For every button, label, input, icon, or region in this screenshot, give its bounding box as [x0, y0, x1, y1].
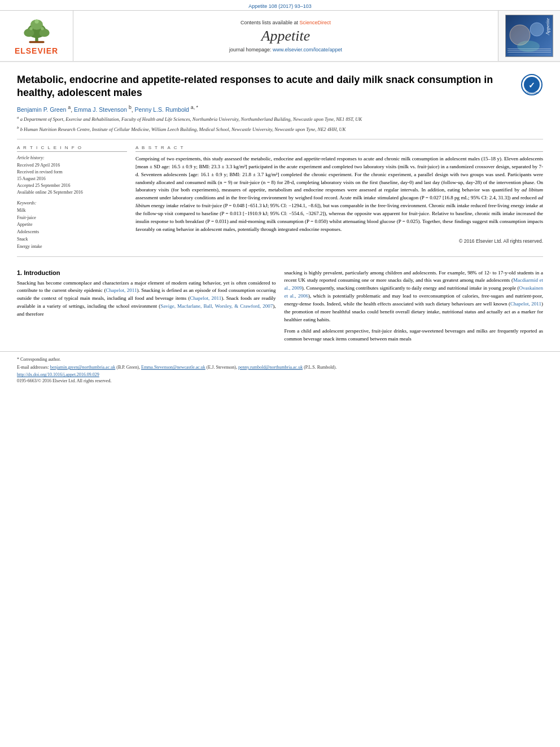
sciencedirect-link[interactable]: ScienceDirect — [300, 20, 331, 25]
available-date: Available online 26 September 2016 — [17, 189, 127, 196]
affiliation-a: a a Department of Sport, Exercise and Re… — [17, 115, 543, 123]
email3-link[interactable]: penny.rumbold@northumbria.ac.uk — [238, 365, 303, 370]
intro-right-col: snacking is highly prevalent, particular… — [285, 269, 544, 347]
intro-heading: 1. Introduction — [17, 269, 276, 276]
appetite-cover-image: Appetite — [505, 15, 553, 57]
article-info-col: A R T I C L E I N F O Article history: R… — [17, 145, 127, 251]
introduction-section: 1. Introduction Snacking has become comm… — [0, 269, 560, 347]
email2-link[interactable]: Emma.Stevenson@newcastle.ac.uk — [141, 365, 205, 370]
intro-number: 1. — [17, 269, 22, 276]
affiliation-b: b b Human Nutrition Research Centre, Ins… — [17, 125, 543, 133]
author3-sup: a, * — [191, 104, 198, 110]
abstract-col: A B S T R A C T Comprising of two experi… — [135, 145, 543, 251]
author1-sup: a — [68, 104, 71, 110]
email1-link[interactable]: benjamin.green@northumbria.ac.uk — [50, 365, 116, 370]
doi-link[interactable]: http://dx.doi.org/10.1016/j.appet.2016.0… — [17, 372, 543, 377]
cover-pattern-icon — [506, 15, 553, 57]
svg-rect-8 — [29, 41, 44, 43]
citation-text: Appetite 108 (2017) 93–103 — [248, 3, 312, 9]
article-info-label: A R T I C L E I N F O — [17, 145, 127, 152]
keyword-fruitjuice: Fruit-juice — [17, 215, 127, 222]
issn-line: 0195-6663/© 2016 Elsevier Ltd. All right… — [17, 378, 543, 383]
homepage-line: journal homepage: www.elsevier.com/locat… — [229, 47, 342, 53]
svg-point-2 — [24, 29, 34, 37]
journal-header: ELSEVIER Contents lists available at Sci… — [0, 11, 560, 62]
svg-point-3 — [39, 29, 49, 37]
revised-date: 15 August 2016 — [17, 176, 127, 182]
elsevier-brand: ELSEVIER — [15, 46, 58, 55]
elsevier-logo: ELSEVIER — [15, 16, 58, 55]
article-title-section: Metabolic, endocrine and appetite-relate… — [17, 73, 543, 100]
svg-point-7 — [34, 19, 38, 23]
author3-link[interactable]: Penny L.S. Rumbold — [135, 106, 189, 112]
svg-text:CrossMark: CrossMark — [525, 91, 539, 94]
citation-bar: Appetite 108 (2017) 93–103 — [0, 0, 560, 11]
received-date: Received 29 April 2016 — [17, 162, 127, 169]
contents-line: Contents lists available at ScienceDirec… — [240, 20, 331, 25]
svg-point-11 — [530, 23, 544, 36]
crossmark-icon[interactable]: ✓ CrossMark — [520, 73, 543, 96]
intro-left-col: 1. Introduction Snacking has become comm… — [17, 269, 276, 347]
author1-link[interactable]: Benjamin P. Green — [17, 106, 66, 112]
chapelot-ref2[interactable]: Chapelot, 2011 — [190, 295, 222, 301]
intro-para1: Snacking has become commonplace and char… — [17, 279, 276, 319]
divider-2 — [17, 256, 543, 257]
keyword-milk: Milk — [17, 207, 127, 215]
history-label: Article history: — [17, 155, 127, 160]
ovaskainen-ref[interactable]: Ovaskainen et al., 2006 — [285, 285, 544, 299]
article-info-abstract: A R T I C L E I N F O Article history: R… — [17, 145, 543, 251]
author2-sup: b — [129, 104, 132, 110]
article-footer: * Corresponding author. E-mail addresses… — [0, 351, 560, 388]
keywords-block: Keywords: Milk Fruit-juice Appetite Adol… — [17, 200, 127, 251]
abstract-label: A B S T R A C T — [135, 145, 543, 152]
abstract-text: Comprising of two experiments, this stud… — [135, 155, 543, 234]
corresponding-note: * Corresponding author. — [17, 356, 543, 362]
keyword-energy: Energy intake — [17, 243, 127, 251]
chapelot-ref1[interactable]: Chapelot, 2011 — [106, 287, 137, 293]
doi-anchor[interactable]: http://dx.doi.org/10.1016/j.appet.2016.0… — [17, 372, 99, 377]
keyword-snack: Snack — [17, 236, 127, 243]
homepage-link[interactable]: www.elsevier.com/locate/appet — [273, 47, 342, 53]
savige-ref[interactable]: Savige, Macfarlane, Ball, Worsley, & Cra… — [160, 303, 273, 309]
revised-label: Received in revised form — [17, 169, 127, 176]
intro-title: Introduction — [24, 269, 60, 276]
divider-1 — [17, 139, 543, 139]
journal-center: Contents lists available at ScienceDirec… — [73, 11, 498, 61]
authors-line: Benjamin P. Green a, Emma J. Stevenson b… — [17, 104, 543, 113]
accepted-date: Accepted 25 September 2016 — [17, 182, 127, 189]
macdiarmid-ref[interactable]: Macdiarmid et al., 2009 — [285, 277, 544, 291]
keyword-adolescents: Adolescents — [17, 229, 127, 236]
chapelot-ref3[interactable]: Chapelot, 2011 — [510, 301, 541, 307]
article-title: Metabolic, endocrine and appetite-relate… — [17, 73, 520, 100]
keyword-appetite: Appetite — [17, 221, 127, 229]
appetite-cover-area: Appetite — [498, 11, 560, 61]
article-history-block: Article history: Received 29 April 2016 … — [17, 155, 127, 196]
article-body: Metabolic, endocrine and appetite-relate… — [0, 62, 560, 269]
svg-text:✓: ✓ — [528, 81, 535, 90]
svg-point-5 — [29, 27, 32, 30]
page: Appetite 108 (2017) 93–103 — [0, 0, 560, 747]
elsevier-logo-area: ELSEVIER — [0, 11, 73, 61]
author2-link[interactable]: Emma J. Stevenson — [74, 106, 127, 112]
svg-point-12 — [517, 41, 540, 52]
svg-point-6 — [41, 27, 43, 30]
elsevier-tree-icon — [17, 16, 56, 45]
email-footnote: E-mail addresses: benjamin.green@northum… — [17, 364, 543, 370]
journal-title: Appetite — [261, 28, 310, 45]
intro-para3: From a child and adolescent perspective,… — [285, 327, 544, 343]
keywords-label: Keywords: — [17, 200, 127, 206]
copyright-line: © 2016 Elsevier Ltd. All rights reserved… — [135, 238, 543, 244]
intro-para2: snacking is highly prevalent, particular… — [285, 269, 544, 325]
